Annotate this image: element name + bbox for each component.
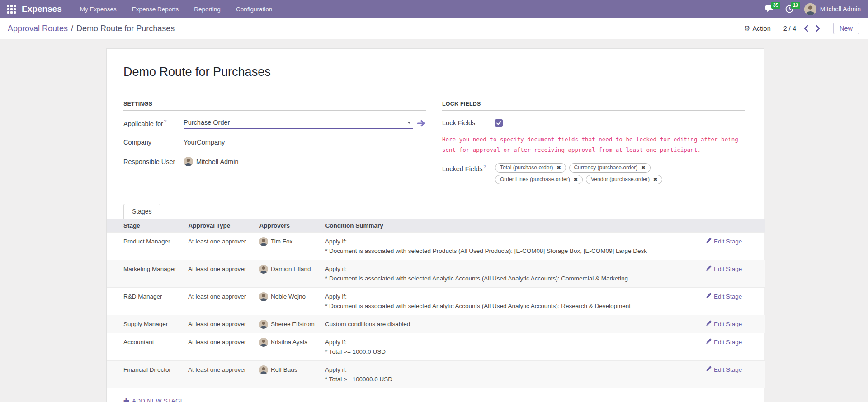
approval-type-cell[interactable]: At least one approver <box>186 233 257 260</box>
condition-summary-cell[interactable]: Apply if:* Document is associated with s… <box>323 288 698 315</box>
approver-name: Tim Fox <box>271 237 292 246</box>
help-icon: ? <box>164 119 167 124</box>
locked-field-tag[interactable]: Total (purchase.order)✖ <box>495 163 566 173</box>
locked-fields-label: Locked Fields? <box>442 163 495 173</box>
table-header-row: Stage Approval Type Approvers Condition … <box>107 219 765 233</box>
stage-cell[interactable]: Accountant <box>107 333 186 361</box>
column-header-approvers[interactable]: Approvers <box>257 219 323 233</box>
add-new-stage-button[interactable]: ✚ ADD NEW STAGE <box>107 388 201 402</box>
approvers-cell[interactable]: Damion Efland <box>257 260 323 288</box>
responsible-user-field[interactable]: Mitchell Admin <box>184 157 238 166</box>
apps-menu-icon[interactable] <box>7 5 16 14</box>
company-value[interactable]: YourCompany <box>184 137 225 146</box>
pager-previous-icon[interactable] <box>803 25 808 32</box>
tag-remove-icon[interactable]: ✖ <box>574 176 578 183</box>
approval-type-cell[interactable]: At least one approver <box>186 288 257 315</box>
messages-button[interactable]: 35 <box>765 5 774 13</box>
action-label: Action <box>752 25 770 32</box>
menu-item-configuration[interactable]: Configuration <box>235 1 273 18</box>
stage-cell[interactable]: Marketing Manager <box>107 260 186 288</box>
control-panel: Approval Routes / Demo Route for Purchas… <box>0 18 868 39</box>
table-row[interactable]: Marketing ManagerAt least one approverDa… <box>107 260 765 288</box>
column-header-stage[interactable]: Stage <box>107 219 186 233</box>
stage-cell[interactable]: R&D Manager <box>107 288 186 315</box>
breadcrumb-parent-link[interactable]: Approval Routes <box>8 24 68 33</box>
table-row[interactable]: Product ManagerAt least one approverTim … <box>107 233 765 260</box>
condition-summary-cell[interactable]: Apply if:* Document is associated with s… <box>323 260 698 288</box>
edit-stage-button[interactable]: Edit Stage <box>700 264 742 274</box>
condition-line: Apply if: <box>325 337 696 347</box>
applicable-for-select[interactable]: Purchase Order <box>184 118 413 129</box>
pencil-icon <box>706 365 712 374</box>
applicable-for-label: Applicable for? <box>123 118 184 127</box>
responsible-user-avatar <box>184 157 193 166</box>
plus-icon: ✚ <box>123 398 129 402</box>
approver-avatar <box>259 265 268 274</box>
app-brand[interactable]: Expenses <box>22 4 62 14</box>
condition-summary-cell[interactable]: Apply if:* Total >= 1000.0 USD <box>323 333 698 361</box>
activities-button[interactable]: 13 <box>785 5 793 13</box>
edit-stage-button[interactable]: Edit Stage <box>700 237 742 246</box>
edit-stage-button[interactable]: Edit Stage <box>700 292 742 301</box>
tab-stages[interactable]: Stages <box>123 204 160 219</box>
menu-item-reporting[interactable]: Reporting <box>193 1 222 18</box>
pager-count: 2 / 4 <box>783 25 796 32</box>
internal-link-arrow-icon[interactable] <box>417 120 426 127</box>
stage-cell[interactable]: Financial Director <box>107 361 186 388</box>
stage-cell[interactable]: Supply Manager <box>107 315 186 333</box>
approval-type-cell[interactable]: At least one approver <box>186 361 257 388</box>
lock-fields-heading: LOCK FIELDS <box>442 101 745 111</box>
locked-field-tag[interactable]: Order Lines (purchase.order)✖ <box>495 175 583 184</box>
lock-fields-help-text: Here you need to specify document fields… <box>442 134 746 155</box>
lock-fields-label: Lock Fields <box>442 118 495 126</box>
approvers-cell[interactable]: Tim Fox <box>257 233 323 260</box>
tag-remove-icon[interactable]: ✖ <box>653 176 657 183</box>
record-title[interactable]: Demo Route for Purchases <box>123 65 747 79</box>
tag-label: Order Lines (purchase.order) <box>500 176 570 183</box>
menu-item-my-expenses[interactable]: My Expenses <box>79 1 118 18</box>
approval-type-cell[interactable]: At least one approver <box>186 333 257 361</box>
messages-badge: 35 <box>771 2 780 9</box>
approvers-cell[interactable]: Sheree Elfstrom <box>257 315 323 333</box>
approver-avatar <box>259 320 268 329</box>
pager-next-icon[interactable] <box>816 25 821 32</box>
approval-type-cell[interactable]: At least one approver <box>186 260 257 288</box>
top-navbar: Expenses My ExpensesExpense ReportsRepor… <box>0 0 868 18</box>
tag-remove-icon[interactable]: ✖ <box>557 164 561 171</box>
condition-summary-cell[interactable]: Apply if:* Document is associated with s… <box>323 233 698 260</box>
table-row[interactable]: AccountantAt least one approverKristina … <box>107 333 765 361</box>
notebook: Stages Stage Approval Type Approvers Con… <box>107 204 764 402</box>
approvers-cell[interactable]: Kristina Ayala <box>257 333 323 361</box>
edit-stage-label: Edit Stage <box>714 337 742 347</box>
table-row[interactable]: Supply ManagerAt least one approverShere… <box>107 315 765 333</box>
edit-stage-button[interactable]: Edit Stage <box>700 337 742 347</box>
condition-summary-cell[interactable]: Custom conditions are disabled <box>323 315 698 333</box>
settings-heading: SETTINGS <box>123 101 426 111</box>
lock-fields-checkbox[interactable] <box>495 119 503 127</box>
condition-summary-cell[interactable]: Apply if:* Total >= 100000.0 USD <box>323 361 698 388</box>
menu-item-expense-reports[interactable]: Expense Reports <box>131 1 180 18</box>
user-menu[interactable]: Mitchell Admin <box>804 3 861 15</box>
edit-stage-cell: Edit Stage <box>698 288 765 315</box>
action-menu-button[interactable]: ⚙ Action <box>744 24 771 33</box>
approvers-cell[interactable]: Rolf Baus <box>257 361 323 388</box>
edit-stage-button[interactable]: Edit Stage <box>700 365 742 374</box>
condition-line: Apply if: <box>325 365 696 374</box>
chevron-down-icon <box>407 122 411 124</box>
pencil-icon <box>706 292 712 301</box>
table-row[interactable]: R&D ManagerAt least one approverNoble Wo… <box>107 288 765 315</box>
table-row[interactable]: Financial DirectorAt least one approverR… <box>107 361 765 388</box>
approvers-cell[interactable]: Noble Wojno <box>257 288 323 315</box>
tag-remove-icon[interactable]: ✖ <box>641 164 645 171</box>
stage-cell[interactable]: Product Manager <box>107 233 186 260</box>
column-header-condition-summary[interactable]: Condition Summary <box>323 219 698 233</box>
approver-avatar <box>259 338 268 347</box>
locked-field-tag[interactable]: Currency (purchase.order)✖ <box>569 163 651 173</box>
approval-type-cell[interactable]: At least one approver <box>186 315 257 333</box>
responsible-user-value: Mitchell Admin <box>196 158 238 165</box>
new-button[interactable]: New <box>833 23 859 34</box>
column-header-approval-type[interactable]: Approval Type <box>186 219 257 233</box>
locked-field-tag[interactable]: Vendor (purchase.order)✖ <box>586 175 662 184</box>
edit-stage-button[interactable]: Edit Stage <box>700 319 742 329</box>
approver-avatar <box>259 365 268 374</box>
